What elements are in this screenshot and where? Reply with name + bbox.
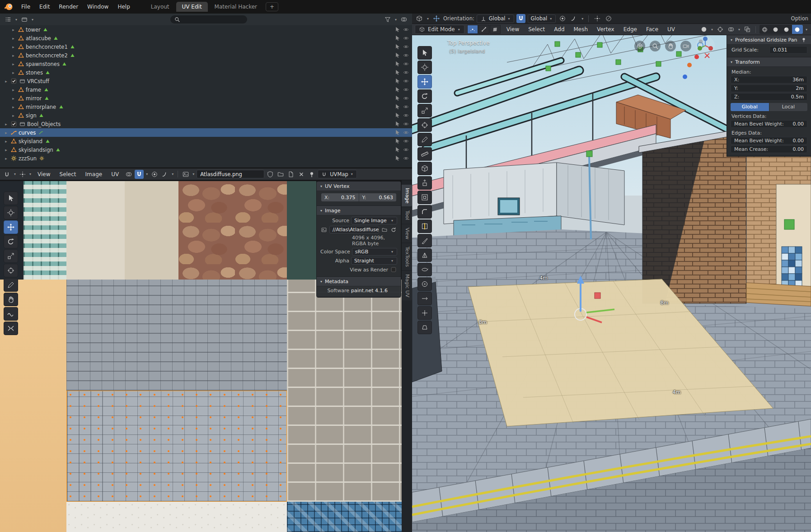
image-panel-header[interactable]: ▾ Image [317,206,401,215]
outliner-item-mirrorplane[interactable]: ▸mirrorplane [0,103,412,111]
vertices-mean-bevel-field[interactable]: Mean Bevel Weight:0.00 [731,120,807,128]
orientation-dropdown[interactable]: Global ▾ [477,14,514,23]
hide-in-viewport-icon[interactable] [402,146,409,154]
selectable-icon[interactable] [394,69,401,76]
uv-selection-region[interactable] [66,391,287,502]
menu-window[interactable]: Window [83,2,113,11]
disclosure-icon[interactable]: ▸ [11,105,16,109]
3d-viewport[interactable]: Top Perspective (5) largeisland 4m 8m 8m… [412,35,811,532]
tweak-tool-button[interactable] [417,46,432,60]
gizmos-toggle-icon[interactable] [716,25,725,34]
blender-logo-icon[interactable] [4,2,14,12]
snap-magnet-icon[interactable] [516,14,525,23]
scale-tool-button[interactable] [417,104,432,117]
proportional-editing-icon[interactable] [150,170,159,179]
median-z-field[interactable]: Z:0.5m [731,93,807,101]
transform-pivot-icon[interactable] [593,14,602,23]
disclosure-icon[interactable]: ▸ [4,122,9,126]
uv-sidebar-tab-tool[interactable]: Tool [402,207,412,223]
editor-type-icon[interactable] [3,170,12,179]
shrink-tool-button[interactable] [417,306,432,320]
filter-icon[interactable] [383,15,392,24]
zoom-icon[interactable] [650,41,661,51]
disclosure-icon[interactable]: ▸ [11,88,16,92]
edges-mean-bevel-field[interactable]: Mean Bevel Weight:0.00 [731,137,807,145]
pan-icon[interactable] [665,41,676,51]
vertex-select-mode-button[interactable] [467,25,478,34]
uv-sidebar-tab-view[interactable]: View [402,224,412,243]
disclosure-icon[interactable]: ▸ [11,70,16,75]
editor-type-icon[interactable] [415,14,424,23]
disclosure-icon[interactable]: ▸ [11,28,16,32]
measure-tool-button[interactable] [417,147,432,161]
visibility-dropdown-icon[interactable] [699,25,708,34]
disclosure-icon[interactable]: ▸ [4,148,9,152]
outliner-item-sign[interactable]: ▸sign [0,111,412,120]
uv-vertex-panel-header[interactable]: ▾ UV Vertex [317,182,401,191]
grab-tool-button[interactable] [4,293,18,306]
open-file-icon[interactable] [381,226,388,233]
checkbox-icon[interactable] [10,121,17,128]
falloff-icon[interactable] [160,170,169,179]
viewport-menu-uv[interactable]: UV [663,25,679,34]
workspace-tab-layout[interactable]: Layout [145,2,175,12]
outliner-item-stones[interactable]: ▸stones [0,68,412,77]
hide-in-viewport-icon[interactable] [402,112,409,119]
camera-view-icon[interactable] [680,41,691,51]
move-tool-button[interactable] [417,75,432,89]
loopcut-tool-button[interactable] [417,219,432,233]
selectable-icon[interactable] [394,52,401,59]
viewport-menu-vertex[interactable]: Vertex [593,25,619,34]
hide-in-viewport-icon[interactable] [402,155,409,162]
menu-render[interactable]: Render [55,2,82,11]
proportional-editing-icon[interactable] [558,14,567,23]
uv-vertex-y-field[interactable]: Y:0.563 [359,193,397,201]
transform-panel-header[interactable]: ▾ Transform [727,57,811,67]
disclosure-icon[interactable]: ▸ [4,139,9,144]
pivot-point-icon[interactable] [18,170,27,179]
annotate-tool-button[interactable] [417,133,432,146]
extrude-tool-button[interactable] [417,176,432,190]
fake-user-icon[interactable] [266,170,275,179]
local-button[interactable]: Local [769,103,808,111]
outliner-search-input[interactable] [170,15,247,23]
polybuild-tool-button[interactable] [417,248,432,262]
face-select-mode-button[interactable] [490,25,501,34]
outliner-item-benchconcrete2[interactable]: ▸benchconcrete2 [0,51,412,60]
viewport-menu-edge[interactable]: Edge [619,25,641,34]
hide-in-viewport-icon[interactable] [402,26,409,33]
add-cube-tool-button[interactable] [417,162,432,175]
edge-select-mode-button[interactable] [478,25,489,34]
selectable-icon[interactable] [394,121,401,128]
viewport-menu-view[interactable]: View [502,25,523,34]
outliner-item-curves[interactable]: ▸curves [0,128,412,137]
wireframe-shading-button[interactable] [759,25,770,34]
falloff-icon[interactable] [569,14,578,23]
selectable-icon[interactable] [394,26,401,33]
disclosure-icon[interactable]: ▸ [11,36,16,41]
pin-icon[interactable] [800,36,807,43]
outliner-item-skyislandsign[interactable]: ▸skyislandsign [0,145,412,154]
outliner-item-spawnstones[interactable]: ▸spawnstones [0,60,412,68]
median-x-field[interactable]: X:36m [731,76,807,84]
hide-in-viewport-icon[interactable] [402,103,409,111]
hide-in-viewport-icon[interactable] [402,138,409,145]
uv-snap-magnet-icon[interactable] [135,170,144,179]
disclosure-icon[interactable]: ▸ [4,131,9,135]
hide-in-viewport-icon[interactable] [402,69,409,76]
uv-menu-select[interactable]: Select [56,170,80,179]
solid-shading-button[interactable] [770,25,781,34]
disclosure-icon[interactable]: ▸ [11,113,16,118]
uv-menu-uv[interactable]: UV [107,170,123,179]
uv-sync-select-icon[interactable] [124,170,133,179]
viewport-menu-mesh[interactable]: Mesh [570,25,592,34]
selectable-icon[interactable] [394,43,401,51]
menu-file[interactable]: File [17,2,34,11]
mean-crease-field[interactable]: Mean Crease:0.00 [731,145,807,153]
pin-icon[interactable] [307,170,316,179]
cursor-tool-button[interactable] [4,206,18,219]
workspace-tab-uv-edit[interactable]: UV Edit [176,2,208,12]
open-image-icon[interactable] [276,170,285,179]
viewport-menu-face[interactable]: Face [642,25,662,34]
global-button[interactable]: Global [731,103,769,111]
